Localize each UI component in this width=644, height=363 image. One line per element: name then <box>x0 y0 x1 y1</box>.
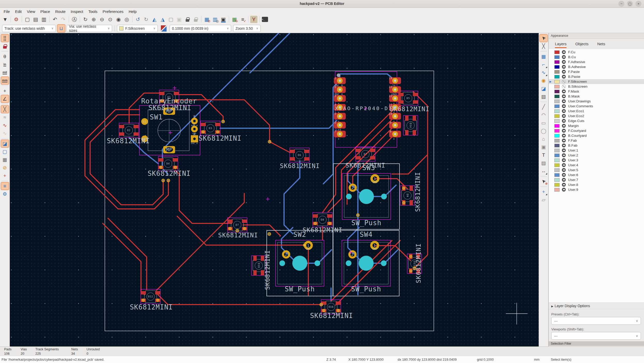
zoom-selection-button[interactable]: ◎ <box>123 16 130 23</box>
layer-color-swatch[interactable] <box>554 60 560 64</box>
layer-row-user-8[interactable]: User.8 <box>549 182 644 187</box>
layer-row-user-4[interactable]: User.4 <box>549 163 644 168</box>
measure-tool-button[interactable]: ▱ <box>540 196 547 203</box>
layer-color-swatch[interactable] <box>554 55 560 59</box>
units-inches-button[interactable]: in <box>1 61 9 68</box>
undo-button[interactable]: ↶ <box>51 16 59 23</box>
layer-color-swatch[interactable] <box>554 109 560 113</box>
layer-color-swatch[interactable] <box>554 158 560 162</box>
tab-objects[interactable]: Objects <box>575 40 588 48</box>
draw-polygon-button[interactable]: ⌂ <box>540 135 547 143</box>
eye-visible-icon[interactable] <box>562 55 566 59</box>
eye-visible-icon[interactable] <box>562 153 566 157</box>
eye-visible-icon[interactable] <box>562 65 566 69</box>
toggle-grid-button[interactable]: ⣿ <box>1 34 9 42</box>
layer-row-user-9[interactable]: User.9 <box>549 187 644 192</box>
pcb-canvas[interactable]: 1GND21GND21GND2D1D2D3D4D5D6D7D14D9D7D8D1… <box>10 33 539 346</box>
tab-nets[interactable]: Nets <box>597 40 605 48</box>
draw-rectangle-button[interactable]: ▭ <box>540 119 547 127</box>
via-size-dropdown[interactable]: Via: use netclass sizes ∨ <box>67 25 112 32</box>
layer-color-swatch[interactable] <box>554 173 560 177</box>
eye-visible-icon[interactable] <box>562 124 566 128</box>
layer-color-swatch[interactable] <box>554 178 560 182</box>
ungroup-button[interactable]: ▣ <box>176 16 183 23</box>
draw-line-button[interactable]: ╱ <box>540 103 547 111</box>
update-pcb-from-schematic-button[interactable]: ▦↻ <box>231 16 238 23</box>
eye-hidden-icon[interactable] <box>562 80 566 84</box>
minimize-button[interactable]: − <box>618 1 624 7</box>
layer-color-swatch[interactable] <box>554 80 560 84</box>
unlock-button[interactable] <box>192 16 199 23</box>
manage-tools-button[interactable]: ⚙ <box>1 190 9 198</box>
layer-color-swatch[interactable] <box>554 95 560 98</box>
eye-visible-icon[interactable] <box>562 173 566 177</box>
tab-layers[interactable]: Layers <box>555 40 567 48</box>
menu-route[interactable]: Route <box>53 9 68 14</box>
zoom-out-button[interactable]: ⊖ <box>98 16 106 23</box>
layer-color-swatch[interactable] <box>554 85 560 88</box>
add-rule-area-button[interactable]: ▨ <box>540 93 547 100</box>
eye-visible-icon[interactable] <box>562 104 566 108</box>
layer-row-user-drawings[interactable]: User.Drawings <box>549 99 644 104</box>
eye-visible-icon[interactable] <box>562 50 566 54</box>
eye-visible-icon[interactable] <box>562 70 566 74</box>
units-mm-button[interactable]: mm <box>1 77 9 84</box>
high-contrast-layers-button[interactable]: ≡ <box>1 182 9 190</box>
eye-hidden-icon[interactable] <box>562 85 566 88</box>
layer-row-f-adhesive[interactable]: F.Adhesive <box>549 59 644 64</box>
zoom-fit-page-button[interactable]: ⊙ <box>107 16 114 23</box>
menu-inspect[interactable]: Inspect <box>68 9 86 14</box>
add-footprint-button[interactable]: ▦ <box>540 53 547 60</box>
group-button[interactable]: ▢ <box>167 16 175 23</box>
layer-color-swatch[interactable] <box>554 114 560 118</box>
footprint-outline-mode-button[interactable]: ▦ <box>1 156 9 163</box>
eye-visible-icon[interactable] <box>562 134 566 138</box>
layer-display-options[interactable]: ▶Layer Display Options <box>549 303 644 309</box>
layer-color-swatch[interactable] <box>554 124 560 128</box>
eye-visible-icon[interactable] <box>562 148 566 152</box>
highlight-nets-button[interactable]: ∿ <box>1 122 9 129</box>
auto-track-width-button[interactable]: ⊔ <box>57 25 65 32</box>
menu-view[interactable]: View <box>24 9 38 14</box>
layer-color-swatch[interactable] <box>554 183 560 187</box>
layer-row-user-comments[interactable]: User.Comments <box>549 104 644 109</box>
add-image-button[interactable]: ▣ <box>540 143 547 151</box>
page-settings-button[interactable]: ▢ <box>24 16 31 23</box>
mirror-button[interactable]: ◮ <box>159 16 166 23</box>
zoom-in-button[interactable]: ⊕ <box>90 16 97 23</box>
zoom-dropdown[interactable]: Zoom 3.50 ∨ <box>233 25 261 32</box>
eye-visible-icon[interactable] <box>562 139 566 142</box>
layer-row-user-1[interactable]: User.1 <box>549 148 644 153</box>
layer-row-b-paste[interactable]: B.Paste <box>549 74 644 79</box>
draw-arc-button[interactable]: ◠ <box>540 111 547 119</box>
layer-color-swatch[interactable] <box>554 50 560 54</box>
layer-row-b-adhesive[interactable]: B.Adhesive <box>549 64 644 69</box>
pad-display-mode-button[interactable]: ⊘ <box>1 164 9 171</box>
layer-color-swatch[interactable] <box>554 149 560 152</box>
active-layer-dropdown[interactable]: F.Silkscreen ∨ <box>117 25 158 32</box>
layer-color-swatch[interactable] <box>554 134 560 138</box>
layer-row-f-paste[interactable]: F.Paste <box>549 69 644 74</box>
layer-row-user-5[interactable]: User.5 <box>549 168 644 172</box>
eye-visible-icon[interactable] <box>562 109 566 113</box>
viewports-dropdown[interactable]: --- ∨ <box>551 332 641 340</box>
find-button[interactable]: Ⓐ <box>71 16 78 23</box>
refresh-button[interactable]: ↻ <box>82 16 89 23</box>
layer-row-user-3[interactable]: User.3 <box>549 158 644 163</box>
layer-row-b-courtyard[interactable]: B.Courtyard <box>549 133 644 138</box>
units-mils-button[interactable]: mil <box>1 69 9 76</box>
zoom-fit-objects-button[interactable]: ◉ <box>115 16 122 23</box>
add-dimension-button[interactable]: ↔ <box>540 167 547 175</box>
layer-row-f-fab[interactable]: F.Fab <box>549 138 644 143</box>
menu-file[interactable]: File <box>1 9 12 14</box>
design-rules-checker-button[interactable]: ≡✓ <box>239 16 246 23</box>
layer-color-swatch[interactable] <box>554 75 560 79</box>
net-color-mode-button[interactable]: ∿ <box>1 130 9 137</box>
eye-visible-icon[interactable] <box>562 89 566 93</box>
eye-visible-icon[interactable] <box>562 99 566 103</box>
zone-outline-display-button[interactable]: ▢ <box>1 148 9 155</box>
grid-origin-button[interactable]: + <box>540 188 547 195</box>
eye-visible-icon[interactable] <box>562 168 566 172</box>
menu-preferences[interactable]: Preferences <box>100 9 126 14</box>
redo-button[interactable]: ↷ <box>60 16 67 23</box>
